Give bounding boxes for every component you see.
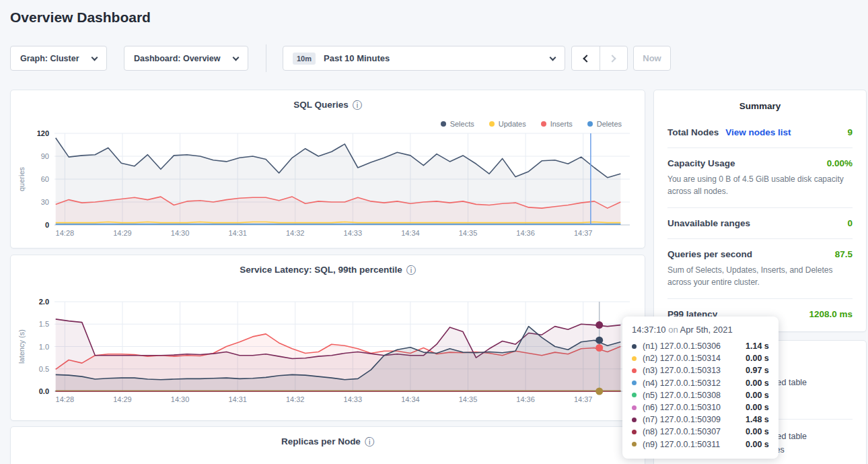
x-tick-label: 14:37	[574, 395, 593, 403]
tooltip-node-label: (n7) 127.0.0.1:50309	[643, 415, 746, 424]
x-tick-label: 14:35	[459, 395, 478, 403]
tooltip-row: (n2) 127.0.0.1:503140.00 s	[632, 352, 769, 364]
time-range-dropdown[interactable]: 10m Past 10 Minutes	[283, 46, 565, 71]
x-tick-label: 14:29	[113, 229, 132, 237]
summary-panel: Summary Total Nodes View nodes list 9 Ca…	[653, 90, 867, 332]
y-tick-label: 1.0	[39, 343, 49, 351]
tooltip-node-value: 1.14 s	[746, 341, 769, 351]
time-range-badge: 10m	[293, 53, 316, 65]
chevron-left-icon	[583, 55, 590, 62]
y-tick-label: 120	[37, 129, 49, 137]
p99-latency-value: 1208.0 ms	[809, 309, 853, 319]
y-tick-label: 0	[45, 221, 49, 229]
tooltip-time: 14:37:10	[632, 325, 666, 335]
series-dot-icon	[632, 393, 637, 397]
service-latency-chart-title: Service Latency: SQL, 99th percentileⓘ	[11, 265, 645, 277]
y-tick-label: 2.0	[39, 298, 49, 306]
qps-description: Sum of Selects, Updates, Inserts, and De…	[667, 264, 853, 288]
info-icon[interactable]: ⓘ	[353, 100, 362, 112]
highlight-dot	[595, 337, 603, 344]
time-step-group	[571, 46, 628, 71]
summary-divider	[667, 147, 853, 148]
chart-title-text: Service Latency: SQL, 99th percentile	[240, 265, 402, 275]
series-dot-icon	[632, 368, 637, 373]
summary-row-qps: Queries per second 87.5	[667, 249, 853, 259]
time-back-button[interactable]	[572, 46, 600, 70]
x-tick-label: 14:33	[344, 395, 363, 403]
y-axis-title: queries	[17, 166, 26, 191]
x-tick-label: 14:30	[171, 229, 190, 237]
info-icon[interactable]: ⓘ	[406, 265, 416, 277]
qps-value: 87.5	[835, 249, 853, 259]
view-nodes-list-link[interactable]: View nodes list	[725, 127, 791, 137]
chevron-right-icon	[609, 55, 616, 62]
y-tick-label: 60	[41, 175, 49, 183]
tooltip-node-value: 0.00 s	[746, 378, 769, 388]
x-tick-label: 14:36	[516, 395, 535, 403]
capacity-usage-label: Capacity Usage	[667, 158, 735, 168]
now-button[interactable]: Now	[633, 46, 671, 71]
tooltip-date: Apr 5th, 2021	[680, 325, 733, 335]
highlight-dot	[595, 321, 603, 329]
tooltip-node-value: 0.00 s	[746, 403, 769, 412]
x-tick-label: 14:35	[459, 229, 478, 237]
capacity-usage-description: You are using 0 B of 4.5 GiB usable disk…	[667, 173, 853, 197]
sql-queries-chart[interactable]: 14:2814:2914:3014:3114:3214:3314:3414:35…	[11, 114, 646, 248]
y-tick-label: 1.5	[39, 320, 49, 328]
x-tick-label: 14:36	[516, 229, 535, 237]
series-dot-icon	[632, 405, 637, 410]
series-dot-icon	[632, 356, 637, 361]
tooltip-node-label: (n6) 127.0.0.1:50310	[643, 403, 746, 412]
chart-hover-tooltip: 14:37:10 on Apr 5th, 2021 (n1) 127.0.0.1…	[622, 317, 779, 459]
tooltip-row: (n1) 127.0.0.1:503061.14 s	[632, 340, 769, 352]
dashboard-dropdown[interactable]: Dashboard: Overview	[124, 46, 248, 71]
tooltip-rows: (n1) 127.0.0.1:503061.14 s(n2) 127.0.0.1…	[632, 340, 769, 451]
chevron-down-icon	[233, 54, 240, 61]
series-dot-icon	[632, 430, 637, 434]
x-tick-label: 14:34	[401, 229, 420, 237]
time-forward-button[interactable]	[600, 46, 628, 70]
tooltip-row: (n6) 127.0.0.1:503100.00 s	[632, 401, 769, 413]
summary-divider	[667, 207, 853, 208]
graph-dropdown[interactable]: Graph: Cluster	[10, 46, 107, 71]
series-dot-icon	[632, 418, 637, 422]
total-nodes-label: Total Nodes	[667, 127, 719, 137]
dashboard-dropdown-label: Dashboard: Overview	[134, 54, 221, 63]
tooltip-node-label: (n2) 127.0.0.1:50314	[643, 354, 746, 363]
y-tick-label: 90	[41, 152, 49, 160]
tooltip-node-label: (n8) 127.0.0.1:50307	[643, 427, 746, 436]
graph-dropdown-label: Graph: Cluster	[20, 54, 79, 63]
info-icon[interactable]: ⓘ	[365, 436, 374, 449]
summary-divider	[667, 238, 853, 239]
tooltip-row: (n7) 127.0.0.1:503091.48 s	[632, 413, 769, 426]
sql-queries-chart-card: SQL Queriesⓘ SelectsUpdatesInsertsDelete…	[10, 90, 645, 248]
x-tick-label: 14:32	[286, 229, 305, 237]
y-axis-title: latency (s)	[17, 329, 26, 364]
x-tick-label: 14:28	[56, 229, 75, 237]
highlight-dot	[595, 344, 603, 352]
overview-dashboard-page: { "page": { "title": "Overview Dashboard…	[0, 0, 868, 464]
tooltip-node-label: (n1) 127.0.0.1:50306	[643, 341, 746, 351]
replicas-per-node-chart-title: Replicas per Nodeⓘ	[11, 436, 645, 449]
capacity-usage-value: 0.00%	[827, 158, 853, 168]
controls-divider	[266, 44, 266, 72]
tooltip-timestamp: 14:37:10 on Apr 5th, 2021	[632, 325, 769, 335]
tooltip-node-value: 0.00 s	[746, 391, 769, 400]
summary-row-unavailable-ranges: Unavailable ranges 0	[667, 218, 853, 228]
time-range-label: Past 10 Minutes	[324, 53, 390, 63]
service-latency-chart[interactable]: 14:2814:2914:3014:3114:3214:3314:3414:35…	[11, 279, 646, 420]
tooltip-node-value: 0.00 s	[746, 440, 769, 449]
tooltip-row: (n8) 127.0.0.1:503070.00 s	[632, 426, 769, 438]
tooltip-row: (n4) 127.0.0.1:503120.00 s	[632, 377, 769, 389]
tooltip-node-label: (n5) 127.0.0.1:50308	[643, 391, 746, 400]
y-tick-label: 0.5	[39, 365, 49, 373]
tooltip-connector: on	[668, 325, 678, 335]
x-tick-label: 14:34	[401, 395, 420, 403]
x-tick-label: 14:31	[228, 395, 247, 403]
summary-row-capacity: Capacity Usage 0.00%	[667, 158, 853, 168]
y-tick-label: 0.0	[39, 387, 49, 395]
chevron-down-icon	[550, 54, 556, 61]
x-tick-label: 14:33	[344, 229, 363, 237]
tooltip-node-label: (n9) 127.0.0.1:50311	[643, 440, 746, 449]
tooltip-node-value: 0.00 s	[746, 427, 769, 436]
